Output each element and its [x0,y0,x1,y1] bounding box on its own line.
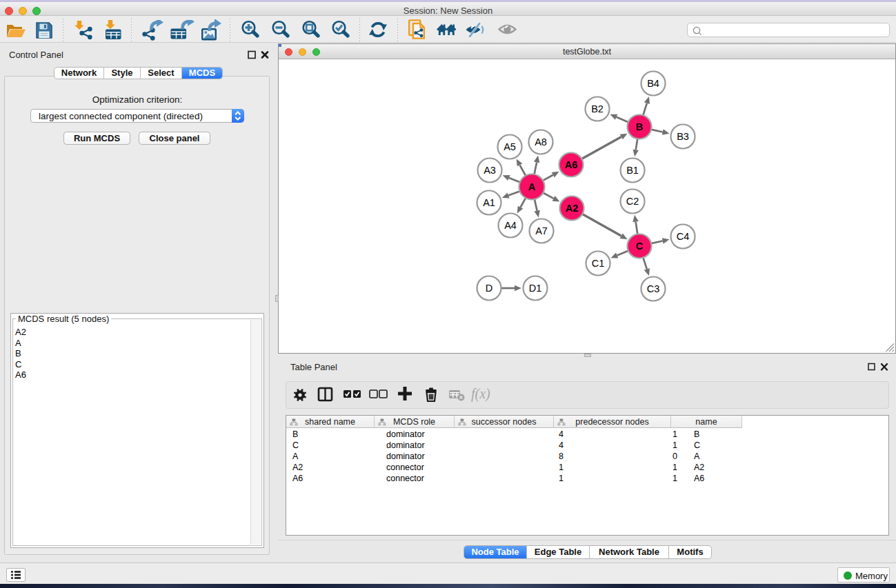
svg-text:A1: A1 [483,197,495,208]
svg-text:B2: B2 [591,103,604,114]
svg-text:A3: A3 [484,165,496,176]
svg-text:C1: C1 [592,258,605,269]
svg-text:A: A [528,181,536,192]
svg-text:A7: A7 [535,225,548,236]
svg-text:B: B [636,121,643,132]
svg-text:A6: A6 [565,159,578,170]
svg-text:B3: B3 [677,131,689,142]
svg-text:C2: C2 [626,196,639,207]
svg-text:B1: B1 [626,165,639,176]
svg-text:A8: A8 [535,136,547,148]
svg-text:C3: C3 [647,283,660,294]
svg-text:A2: A2 [566,203,579,214]
svg-text:C4: C4 [677,231,690,242]
svg-text:C: C [636,241,644,252]
svg-text:D1: D1 [529,283,542,294]
svg-text:A5: A5 [504,141,516,152]
svg-text:B4: B4 [647,78,659,89]
svg-text:D: D [486,283,492,294]
svg-text:A4: A4 [504,220,517,231]
